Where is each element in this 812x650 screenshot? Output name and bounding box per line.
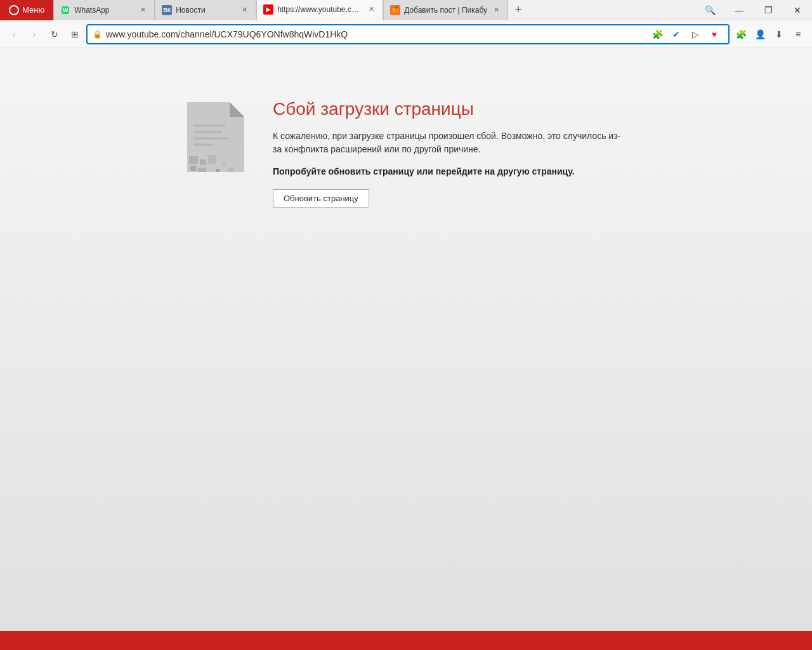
vk-favicon: ВК (162, 5, 172, 15)
svg-rect-11 (193, 131, 222, 133)
minimize-button[interactable]: — (724, 0, 754, 20)
svg-rect-9 (216, 169, 219, 172)
page-content: Сбой загрузки страницы К сожалению, при … (0, 48, 812, 631)
error-icon (184, 99, 254, 182)
whatsapp-favicon: W (60, 5, 70, 15)
svg-marker-1 (230, 102, 244, 117)
refresh-button[interactable]: Обновить страницу (273, 189, 369, 208)
address-bar[interactable]: 🔒 🧩 ✔ ▷ ♥ (86, 24, 730, 44)
error-container: Сбой загрузки страницы К сожалению, при … (184, 99, 628, 208)
extensions-icon[interactable]: 🧩 (648, 25, 666, 43)
menu-button[interactable]: Меню (0, 0, 53, 20)
tab-vk-label: Новости (176, 6, 235, 15)
extensions-panel-icon[interactable]: 🧩 (732, 25, 750, 43)
search-button[interactable]: 🔍 (695, 0, 724, 20)
tab-youtube-label: https://www.youtube.com/ (277, 5, 362, 14)
svg-rect-10 (193, 124, 225, 127)
youtube-favicon: ▶ (263, 4, 273, 15)
svg-rect-13 (193, 143, 213, 146)
svg-rect-12 (193, 137, 228, 140)
toolbar-right-icons: 🧩 👤 ⬇ ≡ (732, 25, 807, 43)
error-title: Сбой загрузки страницы (273, 99, 628, 119)
new-tab-button[interactable]: + (508, 0, 528, 20)
security-check-icon[interactable]: ✔ (667, 25, 685, 43)
profile-icon[interactable]: 👤 (751, 25, 769, 43)
tab-youtube[interactable]: ▶ https://www.youtube.com/ ✕ (256, 0, 383, 20)
reload-button[interactable]: ↻ (46, 25, 63, 43)
tab-pikaba[interactable]: 🍊 Добавить пост | Пикабу ✕ (383, 0, 508, 20)
svg-rect-7 (222, 162, 226, 166)
download-icon[interactable]: ⬇ (770, 25, 788, 43)
bottom-bar (0, 631, 812, 650)
maximize-button[interactable]: ❐ (754, 0, 783, 20)
tab-vk[interactable]: ВК Новости ✕ (155, 0, 256, 20)
back-button[interactable]: ‹ (5, 25, 23, 43)
tab-pikaba-label: Добавить пост | Пикабу (404, 6, 487, 15)
error-text: Сбой загрузки страницы К сожалению, при … (273, 99, 628, 208)
tab-whatsapp-label: WhatsApp (74, 6, 134, 15)
window-controls: 🔍 — ❐ ✕ (695, 0, 812, 20)
tabs-area: Меню W WhatsApp ✕ ВК Новости ✕ ▶ https:/… (0, 0, 695, 20)
tab-whatsapp-close[interactable]: ✕ (138, 5, 148, 15)
titlebar: Меню W WhatsApp ✕ ВК Новости ✕ ▶ https:/… (0, 0, 812, 20)
tab-youtube-close[interactable]: ✕ (366, 4, 376, 15)
svg-rect-2 (189, 156, 198, 164)
toolbar: ‹ › ↻ ⊞ 🔒 🧩 ✔ ▷ ♥ 🧩 👤 ⬇ ≡ (0, 20, 812, 48)
address-input[interactable] (106, 29, 645, 39)
tabs-button[interactable]: ⊞ (66, 25, 84, 43)
svg-rect-3 (200, 159, 206, 165)
svg-rect-6 (198, 168, 206, 172)
forward-button[interactable]: › (25, 25, 43, 43)
error-tip: Попробуйте обновить страницу или перейди… (273, 166, 628, 176)
address-bar-icons: 🧩 ✔ ▷ ♥ (648, 25, 723, 43)
tab-vk-close[interactable]: ✕ (239, 5, 249, 15)
opera-logo (9, 5, 19, 15)
main-menu-icon[interactable]: ≡ (789, 25, 807, 43)
svg-rect-4 (208, 155, 216, 164)
close-button[interactable]: ✕ (783, 0, 812, 20)
svg-rect-5 (190, 166, 196, 171)
svg-rect-8 (228, 168, 233, 172)
lock-icon: 🔒 (93, 30, 102, 39)
menu-label: Меню (22, 5, 44, 15)
tab-pikaba-close[interactable]: ✕ (491, 5, 501, 15)
heart-icon[interactable]: ♥ (705, 25, 723, 43)
play-icon[interactable]: ▷ (686, 25, 704, 43)
error-description: К сожалению, при загрузке страницы произ… (273, 129, 628, 156)
pikaba-favicon: 🍊 (390, 5, 400, 15)
tab-whatsapp[interactable]: W WhatsApp ✕ (53, 0, 155, 20)
